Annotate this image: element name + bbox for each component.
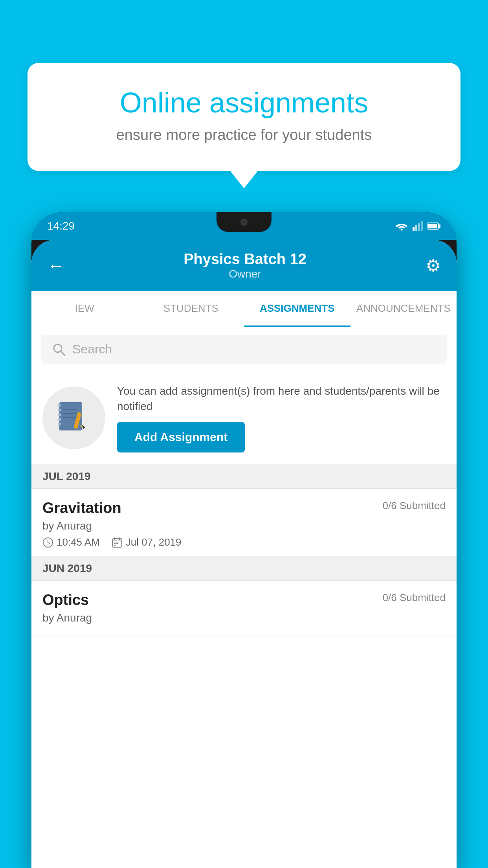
svg-rect-29: [114, 542, 116, 544]
header-title-area: Physics Batch 12 Owner: [183, 251, 306, 280]
assignment-status-optics: 0/6 Submitted: [383, 592, 446, 604]
svg-rect-12: [58, 409, 61, 411]
svg-rect-30: [116, 542, 118, 544]
speech-bubble-title: Online assignments: [55, 86, 433, 119]
svg-rect-31: [114, 545, 116, 546]
assignment-item-gravitation[interactable]: Gravitation 0/6 Submitted by Anurag 10:4…: [31, 489, 457, 557]
status-time: 14:29: [47, 220, 75, 232]
assignment-top: Gravitation 0/6 Submitted: [42, 500, 446, 517]
svg-rect-17: [63, 413, 77, 414]
assignment-by-gravitation: by Anurag: [42, 520, 446, 532]
back-button[interactable]: ←: [47, 256, 64, 276]
tab-announcements[interactable]: ANNOUNCEMENTS: [350, 291, 457, 327]
svg-marker-21: [82, 425, 85, 429]
phone-frame: 14:29: [31, 212, 457, 868]
assignment-meta-gravitation: 10:45 AM Jul 07, 2019: [42, 536, 446, 548]
header-subtitle: Owner: [183, 268, 306, 280]
svg-rect-3: [418, 223, 420, 231]
search-input[interactable]: Search: [72, 342, 112, 357]
section-header-jun: JUN 2019: [31, 557, 457, 581]
header-title: Physics Batch 12: [183, 251, 306, 268]
assignment-date-value: Jul 07, 2019: [126, 536, 182, 548]
svg-rect-1: [413, 227, 415, 231]
camera: [240, 219, 248, 226]
speech-bubble-container: Online assignments ensure more practice …: [28, 63, 460, 171]
assignment-status-gravitation: 0/6 Submitted: [383, 500, 446, 512]
search-icon: [52, 342, 66, 357]
assignment-title-gravitation: Gravitation: [42, 500, 121, 517]
add-assignment-promo: You can add assignment(s) from here and …: [31, 371, 457, 465]
clock-icon: [42, 537, 53, 548]
search-container: Search: [31, 327, 457, 371]
section-header-jul: JUL 2019: [31, 465, 457, 489]
notch: [216, 212, 272, 232]
promo-description: You can add assignment(s) from here and …: [117, 383, 446, 414]
promo-text-area: You can add assignment(s) from here and …: [117, 383, 446, 452]
svg-rect-4: [421, 221, 423, 231]
notebook-icon: [56, 400, 92, 436]
tab-students[interactable]: STUDENTS: [138, 291, 244, 327]
assignment-item-optics[interactable]: Optics 0/6 Submitted by Anurag: [31, 581, 457, 636]
tab-assignments[interactable]: ASSIGNMENTS: [244, 291, 350, 327]
svg-point-0: [401, 229, 403, 231]
assignment-top-optics: Optics 0/6 Submitted: [42, 592, 446, 609]
svg-rect-18: [63, 417, 77, 418]
assignment-time: 10:45 AM: [42, 536, 100, 548]
battery-icon: [427, 222, 441, 230]
speech-bubble-subtitle: ensure more practice for your students: [55, 127, 433, 143]
svg-line-9: [61, 351, 65, 355]
app-content: ← Physics Batch 12 Owner ⚙ IEW STUDENTS …: [31, 240, 457, 868]
assignment-by-optics: by Anurag: [42, 612, 446, 624]
speech-bubble: Online assignments ensure more practice …: [28, 63, 460, 171]
svg-rect-15: [58, 423, 61, 425]
app-header: ← Physics Batch 12 Owner ⚙: [31, 240, 457, 291]
svg-rect-14: [58, 418, 61, 421]
svg-rect-16: [63, 409, 77, 410]
assignment-time-value: 10:45 AM: [57, 536, 100, 548]
tab-iew[interactable]: IEW: [31, 291, 138, 327]
status-icons: [395, 221, 441, 231]
add-assignment-button[interactable]: Add Assignment: [117, 422, 245, 452]
svg-line-24: [48, 542, 50, 544]
assignment-title-optics: Optics: [42, 592, 89, 609]
wifi-icon: [395, 221, 408, 231]
search-box[interactable]: Search: [41, 335, 447, 364]
signal-icon: [413, 221, 423, 231]
svg-rect-2: [415, 225, 417, 231]
svg-rect-6: [439, 224, 440, 228]
settings-button[interactable]: ⚙: [426, 256, 441, 276]
promo-icon: [42, 386, 105, 449]
calendar-icon: [112, 537, 123, 548]
tabs: IEW STUDENTS ASSIGNMENTS ANNOUNCEMENTS: [31, 291, 457, 327]
assignment-date: Jul 07, 2019: [112, 536, 182, 548]
status-bar: 14:29: [31, 212, 457, 240]
svg-rect-11: [58, 404, 61, 406]
svg-rect-7: [428, 224, 437, 228]
svg-rect-13: [58, 414, 61, 416]
